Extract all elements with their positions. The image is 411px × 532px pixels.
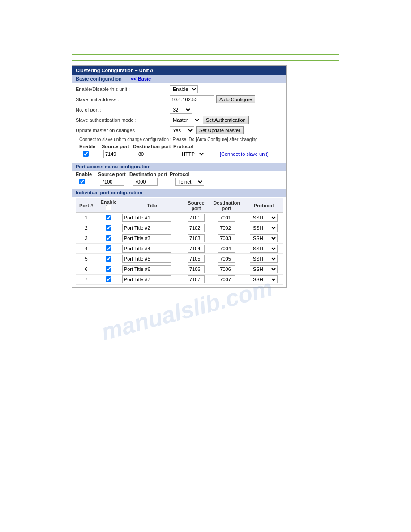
port-source-input[interactable] <box>188 275 205 283</box>
basic-section-label: Basic configuration <box>76 76 122 82</box>
port-dest-input[interactable] <box>218 214 235 222</box>
port-access-row: Telnet SSH HTTP <box>76 178 283 186</box>
port-source-input[interactable] <box>188 234 205 242</box>
port-protocol-cell: SSH Telnet HTTP <box>245 275 283 285</box>
port-enable-cell <box>97 223 120 233</box>
table-row: 1 SSH Telnet HTTP <box>76 213 283 223</box>
update-master-select[interactable]: Yes No <box>170 126 194 134</box>
enable-disable-select[interactable]: Enable Disable <box>170 85 198 93</box>
enable-disable-label: Enable/Disable this unit : <box>76 86 170 92</box>
port-enable-checkbox[interactable] <box>106 245 111 251</box>
port-title-cell <box>120 233 184 244</box>
port-dest-input[interactable] <box>218 265 235 273</box>
pa-dest-header: Destination port <box>129 172 170 177</box>
basic-link[interactable]: << Basic <box>131 76 151 82</box>
slave-address-input[interactable] <box>170 95 214 103</box>
set-update-button[interactable]: Set Update Master <box>196 126 244 134</box>
port-dest-input[interactable] <box>218 224 235 232</box>
port-title-input[interactable] <box>122 214 171 222</box>
port-source-cell <box>184 264 208 275</box>
port-title-input[interactable] <box>122 275 171 283</box>
set-auth-button[interactable]: Set Authentication <box>203 116 249 124</box>
port-protocol-select[interactable]: SSH Telnet HTTP <box>250 234 278 242</box>
slave-auth-select[interactable]: Master Slave <box>170 116 201 124</box>
port-access-table: Enable Source port Destination port Prot… <box>72 171 286 189</box>
port-title-input[interactable] <box>122 255 171 263</box>
port-protocol-cell: SSH Telnet HTTP <box>245 213 283 223</box>
ipc-header-row: Port # Enable Title Sourceport <box>76 198 283 213</box>
port-title-input[interactable] <box>122 265 171 273</box>
port-title-input[interactable] <box>122 234 171 242</box>
port-title-input[interactable] <box>122 224 171 232</box>
pa-protocol-header: Protocol <box>170 172 206 177</box>
auto-configure-button[interactable]: Auto Configure <box>216 95 255 103</box>
port-num-cell: 3 <box>76 233 97 244</box>
port-dest-input[interactable] <box>218 234 235 242</box>
port-source-input[interactable] <box>188 265 205 273</box>
port-protocol-select[interactable]: SSH Telnet HTTP <box>250 265 278 273</box>
connect-slave-link[interactable]: [Connect to slave unit] <box>220 151 269 157</box>
port-source-input[interactable] <box>188 224 205 232</box>
port-source-input[interactable] <box>188 245 205 253</box>
port-enable-checkbox[interactable] <box>106 256 111 262</box>
port-source-cell <box>184 213 208 223</box>
connect-protocol-cell: HTTP SSH Telnet <box>179 150 214 158</box>
port-enable-checkbox[interactable] <box>106 266 111 272</box>
pa-dest-input[interactable] <box>133 178 158 186</box>
port-source-input[interactable] <box>188 214 205 222</box>
num-port-select[interactable]: 32 16 8 <box>170 106 192 114</box>
port-protocol-cell: SSH Telnet HTTP <box>245 233 283 244</box>
port-protocol-select[interactable]: SSH Telnet HTTP <box>250 275 278 283</box>
port-enable-checkbox[interactable] <box>106 276 111 282</box>
ipc-enable-all-checkbox[interactable] <box>106 205 111 210</box>
update-master-row: Update master on changes : Yes No Set Up… <box>76 126 283 135</box>
port-enable-checkbox[interactable] <box>106 225 111 231</box>
enable-disable-value: Enable Disable <box>170 85 283 93</box>
connect-dest-input[interactable] <box>137 150 161 158</box>
individual-port-header: Individual port configuration <box>72 189 286 197</box>
connect-protocol-select[interactable]: HTTP SSH Telnet <box>179 150 206 158</box>
port-dest-input[interactable] <box>218 245 235 253</box>
individual-port-container: Port # Enable Title Sourceport <box>72 197 286 287</box>
slave-auth-value: Master Slave Set Authentication <box>170 116 283 124</box>
port-title-input[interactable] <box>122 245 171 253</box>
port-source-cell <box>184 244 208 254</box>
pa-source-input[interactable] <box>100 178 124 186</box>
port-source-input[interactable] <box>188 255 205 263</box>
port-protocol-select[interactable]: SSH Telnet HTTP <box>250 214 278 222</box>
port-source-cell <box>184 233 208 244</box>
basic-config-table: Enable/Disable this unit : Enable Disabl… <box>72 83 286 163</box>
port-enable-checkbox[interactable] <box>106 215 111 220</box>
port-dest-input[interactable] <box>218 275 235 283</box>
connect-source-input[interactable] <box>103 150 128 158</box>
port-num-cell: 2 <box>76 223 97 233</box>
port-protocol-select[interactable]: SSH Telnet HTTP <box>250 245 278 253</box>
port-enable-checkbox[interactable] <box>106 235 111 241</box>
ipc-protocol-header: Protocol <box>245 198 283 213</box>
port-title-cell <box>120 244 184 254</box>
pa-enable-checkbox[interactable] <box>79 179 85 184</box>
port-num-cell: 7 <box>76 275 97 285</box>
port-protocol-cell: SSH Telnet HTTP <box>245 254 283 264</box>
table-row: 4 SSH Telnet HTTP <box>76 244 283 254</box>
port-enable-cell <box>97 264 120 275</box>
panel-title: Clustering Configuration – Unit A <box>72 66 286 75</box>
clustering-panel: Clustering Configuration – Unit A Basic … <box>72 65 287 288</box>
table-row: 6 SSH Telnet HTTP <box>76 264 283 275</box>
update-master-label: Update master on changes : <box>76 128 170 133</box>
port-dest-cell <box>209 233 245 244</box>
connect-slave-row: HTTP SSH Telnet [Connect to slave unit] <box>79 150 279 158</box>
port-num-cell: 4 <box>76 244 97 254</box>
top-divider <box>72 54 339 55</box>
connect-enable-checkbox[interactable] <box>83 151 89 157</box>
slave-address-value: Auto Configure <box>170 95 283 103</box>
port-title-cell <box>120 223 184 233</box>
port-protocol-cell: SSH Telnet HTTP <box>245 244 283 254</box>
port-protocol-select[interactable]: SSH Telnet HTTP <box>250 255 278 263</box>
port-access-header: Port access menu configuration <box>72 163 286 171</box>
connect-slave-header: Enable Source port Destination port Prot… <box>79 144 279 149</box>
port-dest-input[interactable] <box>218 255 235 263</box>
port-protocol-select[interactable]: SSH Telnet HTTP <box>250 224 278 232</box>
ipc-tbody: 1 SSH Telnet HTTP 2 <box>76 213 283 285</box>
pa-protocol-select[interactable]: Telnet SSH HTTP <box>175 178 204 186</box>
